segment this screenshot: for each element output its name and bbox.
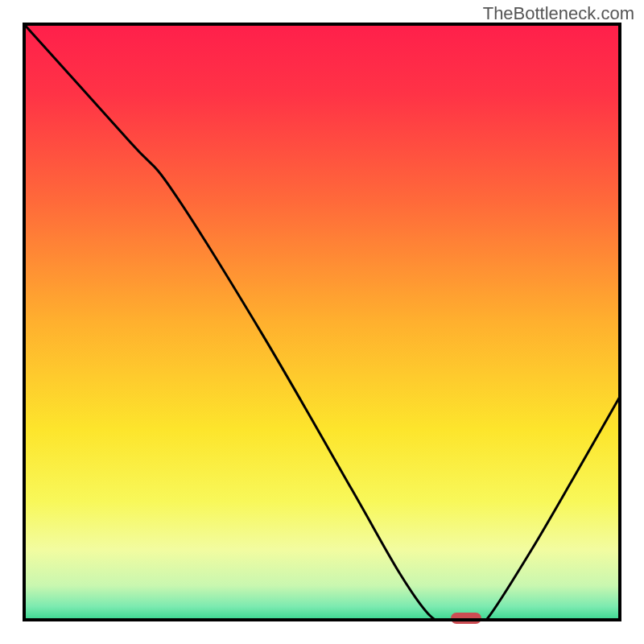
chart-curve (23, 23, 621, 621)
chart-container: TheBottleneck.com (0, 0, 644, 644)
watermark-text: TheBottleneck.com (483, 3, 634, 24)
optimal-marker (451, 613, 481, 624)
chart-frame (23, 23, 621, 621)
